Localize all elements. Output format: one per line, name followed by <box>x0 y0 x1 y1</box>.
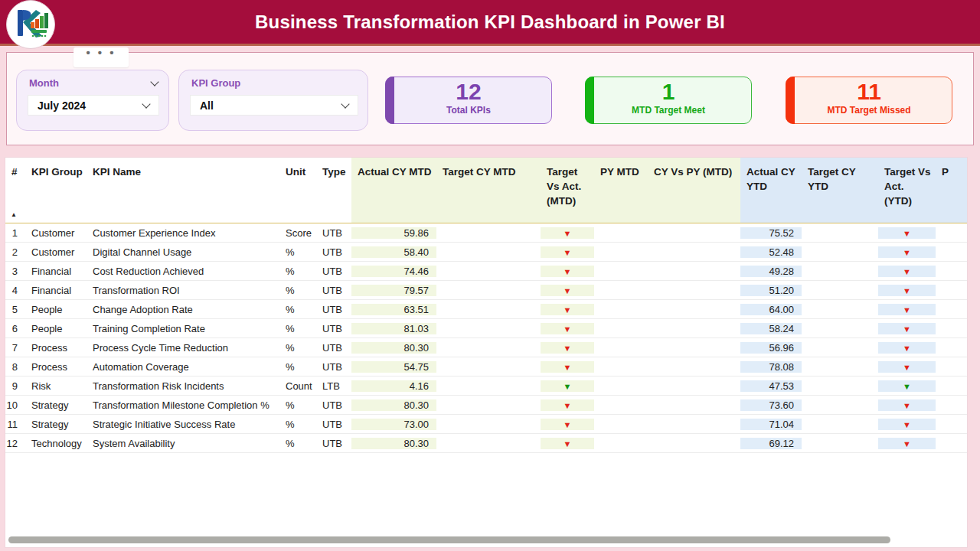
cell-num: 4 <box>5 285 25 296</box>
filter-panel: Month July 2024 KPI Group All 12 Total K… <box>6 52 974 145</box>
cell-actual-cy-ytd: 78.08 <box>740 361 802 373</box>
cell-actual-cy-ytd: 69.12 <box>740 438 802 449</box>
cell-actual-cy-ytd: 58.24 <box>740 323 802 334</box>
page-title: Business Transformation KPI Dashboard in… <box>255 11 725 33</box>
more-options-button[interactable]: • • • <box>74 47 129 67</box>
column-header-type[interactable]: Type <box>316 158 351 223</box>
table-row[interactable]: 7ProcessProcess Cycle Time Reduction%UTB… <box>5 338 967 357</box>
cell-unit: % <box>279 323 316 334</box>
cell-group: People <box>25 304 87 315</box>
mtd-target-meet-label: MTD Target Meet <box>586 105 751 116</box>
cell-actual-cy-mtd: 73.00 <box>351 419 436 430</box>
total-kpis-card: 12 Total KPIs <box>385 77 552 124</box>
column-header-actual-cy-mtd[interactable]: Actual CY MTD <box>351 158 436 223</box>
cell-group: Strategy <box>25 399 87 411</box>
trend-down-red-icon: ▼ <box>903 324 911 334</box>
cell-type: UTB <box>316 227 351 239</box>
column-header-target-vs-act-ytd[interactable]: Target Vs Act. (YTD) <box>878 158 936 223</box>
cell-actual-cy-ytd: 47.53 <box>740 380 802 392</box>
cell-num: 9 <box>5 380 25 392</box>
cell-actual-cy-ytd: 73.60 <box>740 399 802 411</box>
kpi-table: # ▲ KPI Group KPI Name Unit Type Actual … <box>5 157 968 548</box>
trend-down-red-icon: ▼ <box>564 344 572 353</box>
brand-logo-icon <box>10 4 51 45</box>
table-row[interactable]: 9RiskTransformation Risk IncidentsCountL… <box>5 377 967 396</box>
cell-actual-cy-mtd: 79.57 <box>351 285 436 296</box>
brand-logo <box>6 0 55 49</box>
table-row[interactable]: 2CustomerDigital Channel Usage%UTB58.40▼… <box>5 243 967 262</box>
column-header-cy-vs-py-mtd[interactable]: CY Vs PY (MTD) <box>648 158 740 223</box>
cell-name: Change Adoption Rate <box>87 304 279 315</box>
table-row[interactable]: 4FinancialTransformation ROI%UTB79.57▼51… <box>5 281 967 300</box>
cell-group: Process <box>25 361 87 373</box>
column-header-py-mtd[interactable]: PY MTD <box>594 158 648 223</box>
table-row[interactable]: 5PeopleChange Adoption Rate%UTB63.51▼64.… <box>5 300 967 319</box>
mtd-target-missed-label: MTD Target Missed <box>786 105 952 116</box>
cell-unit: % <box>279 285 316 296</box>
cell-group: Financial <box>25 266 87 277</box>
table-header-row: # ▲ KPI Group KPI Name Unit Type Actual … <box>5 158 967 223</box>
cell-type: UTB <box>316 419 351 430</box>
column-header-actual-cy-ytd[interactable]: Actual CY YTD <box>740 158 802 223</box>
cell-type: UTB <box>316 342 351 354</box>
chevron-down-icon[interactable] <box>150 77 158 86</box>
column-header-num[interactable]: # ▲ <box>5 158 25 223</box>
column-header-target-vs-act-mtd[interactable]: Target Vs Act. (MTD) <box>541 158 594 223</box>
cell-name: Transformation Milestone Completion % <box>87 399 279 411</box>
column-header-kpi-name[interactable]: KPI Name <box>87 158 279 223</box>
horizontal-scrollbar[interactable] <box>8 536 890 543</box>
trend-down-red-icon: ▼ <box>903 286 911 295</box>
cell-tva-ytd: ▼ <box>878 266 936 277</box>
cell-num: 8 <box>5 361 25 373</box>
cell-tva-ytd: ▼ <box>878 285 936 296</box>
cell-name: Process Cycle Time Reduction <box>87 342 279 354</box>
month-dropdown-value: July 2024 <box>38 99 86 112</box>
cell-name: Digital Channel Usage <box>87 246 279 258</box>
cell-name: Customer Experience Index <box>87 227 279 239</box>
cell-tva-mtd: ▼ <box>541 323 594 334</box>
kpi-group-slicer-label: KPI Group <box>191 77 240 89</box>
cell-tva-mtd: ▼ <box>541 399 594 411</box>
kpi-group-slicer: KPI Group All <box>178 70 368 131</box>
cell-name: Cost Reduction Achieved <box>87 266 279 277</box>
trend-down-red-icon: ▼ <box>564 267 572 276</box>
table-row[interactable]: 3FinancialCost Reduction Achieved%UTB74.… <box>5 262 967 281</box>
cell-tva-ytd: ▼ <box>878 304 936 315</box>
table-row[interactable]: 10StrategyTransformation Milestone Compl… <box>5 396 967 415</box>
table-row[interactable]: 1CustomerCustomer Experience IndexScoreU… <box>5 223 967 243</box>
cell-name: Automation Coverage <box>87 361 279 373</box>
cell-type: UTB <box>316 361 351 373</box>
cell-type: UTB <box>316 266 351 277</box>
table-row[interactable]: 6PeopleTraining Completion Rate%UTB81.03… <box>5 319 967 338</box>
kpi-group-dropdown[interactable]: All <box>190 95 358 116</box>
cell-actual-cy-ytd: 52.48 <box>740 246 802 258</box>
cell-unit: % <box>279 438 316 449</box>
mtd-target-missed-card: 11 MTD Target Missed <box>786 77 952 124</box>
column-header-kpi-group[interactable]: KPI Group <box>25 158 87 223</box>
cell-tva-mtd: ▼ <box>541 227 594 239</box>
cell-type: UTB <box>316 399 351 411</box>
cell-tva-mtd: ▼ <box>541 361 594 373</box>
cell-actual-cy-mtd: 63.51 <box>351 304 436 315</box>
cell-num: 3 <box>5 266 25 277</box>
trend-down-red-icon: ▼ <box>903 363 911 372</box>
month-dropdown[interactable]: July 2024 <box>28 95 159 116</box>
cell-name: System Availability <box>87 438 279 449</box>
cell-unit: % <box>279 342 316 354</box>
trend-down-red-icon: ▼ <box>564 401 572 410</box>
table-row[interactable]: 11StrategyStrategic Initiative Success R… <box>5 415 967 434</box>
table-row[interactable]: 8ProcessAutomation Coverage%UTB54.75▼78.… <box>5 357 967 377</box>
cell-group: Risk <box>25 380 87 392</box>
cell-tva-ytd: ▼ <box>878 227 936 239</box>
cell-num: 11 <box>5 419 25 430</box>
cell-tva-mtd: ▼ <box>541 342 594 354</box>
column-header-target-cy-ytd[interactable]: Target CY YTD <box>802 158 878 223</box>
column-header-target-cy-mtd[interactable]: Target CY MTD <box>436 158 541 223</box>
cell-tva-mtd: ▼ <box>541 285 594 296</box>
cell-actual-cy-mtd: 59.86 <box>351 227 436 239</box>
table-row[interactable]: 12TechnologySystem Availability%UTB80.30… <box>5 434 967 453</box>
column-header-unit[interactable]: Unit <box>279 158 316 223</box>
cell-tva-ytd: ▼ <box>878 380 936 392</box>
column-header-py-ytd-partial[interactable]: P <box>936 158 967 223</box>
trend-down-green-icon: ▼ <box>903 382 911 391</box>
